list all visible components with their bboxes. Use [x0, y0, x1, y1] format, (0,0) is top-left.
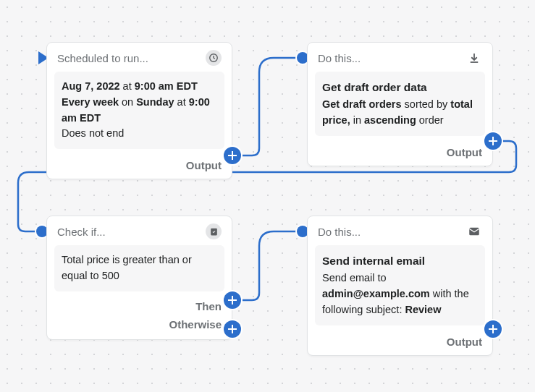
node-get-draft-order[interactable]: Do this... Get draft order data Get draf…	[307, 42, 493, 166]
output-label: Output	[186, 159, 222, 171]
node-send-email[interactable]: Do this... Send internal email Send emai…	[307, 216, 493, 356]
add-step-then-button[interactable]	[224, 291, 241, 309]
edge-trigger-to-action1	[241, 58, 299, 155]
node-body: Get draft order data Get draft orders so…	[315, 72, 485, 136]
then-label: Then	[195, 300, 222, 312]
clock-icon	[206, 50, 222, 66]
node-body: Aug 7, 2022 at 9:00 am EDT Every week on…	[54, 72, 224, 149]
node-body: Send internal email Send email to admin@…	[315, 245, 485, 325]
svg-rect-2	[469, 228, 479, 236]
node-header-label: Check if...	[57, 226, 106, 238]
output-label: Output	[447, 146, 482, 158]
node-header-label: Do this...	[318, 226, 361, 238]
add-step-button[interactable]	[224, 147, 241, 164]
email-icon	[466, 223, 482, 239]
otherwise-label: Otherwise	[169, 318, 222, 331]
workflow-canvas[interactable]: { "nodes": { "trigger": { "header": "Sch…	[0, 0, 535, 392]
node-trigger[interactable]: Scheduled to run... Aug 7, 2022 at 9:00 …	[46, 42, 232, 179]
node-condition[interactable]: Check if... Total price is greater than …	[46, 216, 232, 340]
node-header-label: Scheduled to run...	[57, 52, 148, 64]
add-step-otherwise-button[interactable]	[224, 320, 241, 338]
add-step-button[interactable]	[484, 320, 502, 338]
add-step-button[interactable]	[484, 132, 502, 150]
edge-cond-then-to-action2	[241, 231, 299, 300]
output-label: Output	[447, 336, 482, 348]
node-body: Total price is greater than or equal to …	[54, 245, 224, 291]
node-header-label: Do this...	[318, 52, 361, 64]
download-icon	[466, 50, 482, 66]
checklist-icon	[206, 223, 222, 239]
